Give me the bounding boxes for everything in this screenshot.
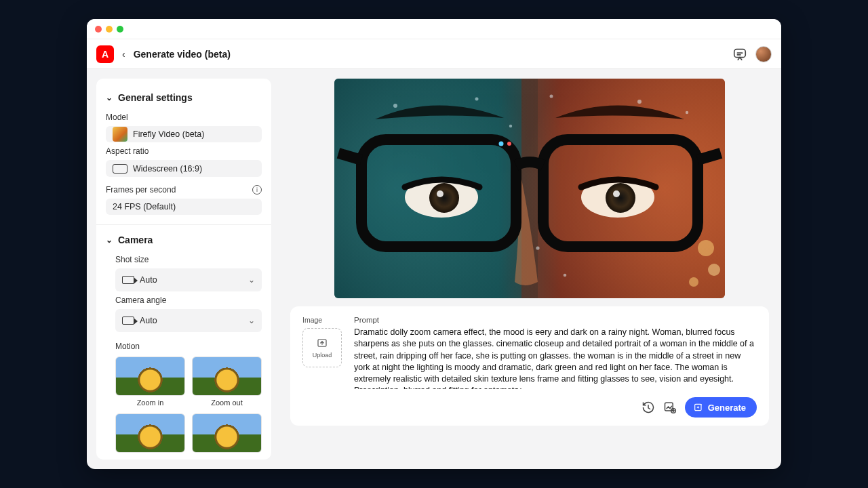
chevron-down-icon: ⌄ <box>106 93 113 102</box>
chevron-down-icon: ⌄ <box>106 235 113 245</box>
generate-label: Generate <box>708 403 746 413</box>
back-button[interactable]: ‹ <box>122 49 125 60</box>
aspect-ratio-label: Aspect ratio <box>106 146 262 156</box>
generate-button[interactable]: Generate <box>685 397 757 418</box>
motion-option[interactable] <box>115 413 185 453</box>
shot-size-select[interactable]: Auto ⌄ <box>115 268 262 291</box>
camera-angle-value: Auto <box>140 316 157 325</box>
svg-point-18 <box>686 111 688 114</box>
upload-image-button[interactable]: Upload <box>302 328 342 367</box>
svg-point-22 <box>499 142 504 146</box>
upload-label: Upload <box>313 352 332 359</box>
svg-point-26 <box>689 277 698 287</box>
image-label: Image <box>302 316 342 324</box>
section-general-settings[interactable]: ⌄ General settings <box>106 85 262 108</box>
model-value: Firefly Video (beta) <box>133 129 204 139</box>
svg-point-14 <box>393 104 397 108</box>
avatar[interactable] <box>755 46 772 62</box>
history-icon[interactable] <box>642 401 655 414</box>
prompt-card: Image Upload Prompt Dramatic dolly zoom … <box>290 306 769 426</box>
chevron-down-icon: ⌄ <box>248 275 255 285</box>
svg-point-16 <box>550 95 553 98</box>
camera-angle-select[interactable]: Auto ⌄ <box>115 309 262 332</box>
window-titlebar <box>87 19 781 39</box>
app-window: A ‹ Generate video (beta) ⌄ General sett… <box>87 19 781 469</box>
prompt-text[interactable]: Dramatic dolly zoom camera effect, the m… <box>354 327 757 389</box>
svg-point-13 <box>613 190 620 197</box>
motion-option-zoom-in[interactable]: Zoom in <box>115 357 185 407</box>
camera-icon <box>122 276 134 284</box>
motion-option[interactable] <box>192 413 262 453</box>
svg-point-25 <box>708 264 720 276</box>
sparkle-icon <box>693 402 704 413</box>
comments-icon[interactable] <box>732 47 747 62</box>
window-close-icon[interactable] <box>95 26 102 33</box>
model-thumb-icon <box>113 127 127 142</box>
camera-icon <box>122 317 134 325</box>
fps-value: 24 FPS (Default) <box>113 202 176 211</box>
chevron-down-icon: ⌄ <box>248 316 255 325</box>
shot-size-label: Shot size <box>115 255 262 264</box>
svg-point-19 <box>509 125 512 127</box>
motion-thumb-icon <box>115 357 185 396</box>
content-area: ⌄ General settings Model Firefly Video (… <box>87 69 781 469</box>
svg-point-10 <box>429 183 459 213</box>
shot-size-value: Auto <box>140 275 157 285</box>
video-preview[interactable] <box>334 79 725 298</box>
motion-thumb-icon <box>192 357 262 396</box>
model-label: Model <box>106 113 262 122</box>
window-zoom-icon[interactable] <box>117 26 123 33</box>
fps-label: Frames per second <box>106 185 176 195</box>
motion-option-label: Zoom out <box>211 399 242 407</box>
section-title: Camera <box>118 235 153 245</box>
section-title: General settings <box>118 92 193 103</box>
top-bar: A ‹ Generate video (beta) <box>87 39 781 69</box>
info-icon[interactable]: i <box>252 185 262 195</box>
widescreen-icon <box>113 164 127 174</box>
motion-option-label: Zoom in <box>137 399 164 407</box>
window-minimize-icon[interactable] <box>106 26 113 33</box>
camera-angle-label: Camera angle <box>115 296 262 305</box>
motion-thumb-icon <box>192 413 262 453</box>
motion-option-zoom-out[interactable]: Zoom out <box>192 357 262 407</box>
brand-logo-icon[interactable]: A <box>96 45 114 63</box>
section-camera[interactable]: ⌄ Camera <box>106 228 262 251</box>
svg-point-21 <box>564 274 567 277</box>
svg-point-24 <box>698 240 714 256</box>
motion-label: Motion <box>115 342 262 351</box>
aspect-ratio-value: Widescreen (16:9) <box>133 164 202 174</box>
svg-point-20 <box>536 246 539 249</box>
style-settings-icon[interactable] <box>663 401 677 414</box>
aspect-ratio-select[interactable]: Widescreen (16:9) <box>106 160 262 176</box>
svg-point-11 <box>606 183 635 213</box>
svg-point-17 <box>637 100 642 104</box>
page-title: Generate video (beta) <box>134 49 231 60</box>
fps-select[interactable]: 24 FPS (Default) <box>106 199 262 215</box>
svg-point-23 <box>507 142 511 146</box>
upload-icon <box>316 337 328 349</box>
divider <box>96 224 271 225</box>
main-panel: Image Upload Prompt Dramatic dolly zoom … <box>288 79 772 460</box>
svg-point-15 <box>475 98 479 101</box>
motion-thumb-icon <box>115 413 185 453</box>
model-select[interactable]: Firefly Video (beta) <box>106 126 262 142</box>
settings-sidebar: ⌄ General settings Model Firefly Video (… <box>96 79 271 460</box>
prompt-label: Prompt <box>354 316 757 324</box>
svg-point-12 <box>437 190 443 197</box>
